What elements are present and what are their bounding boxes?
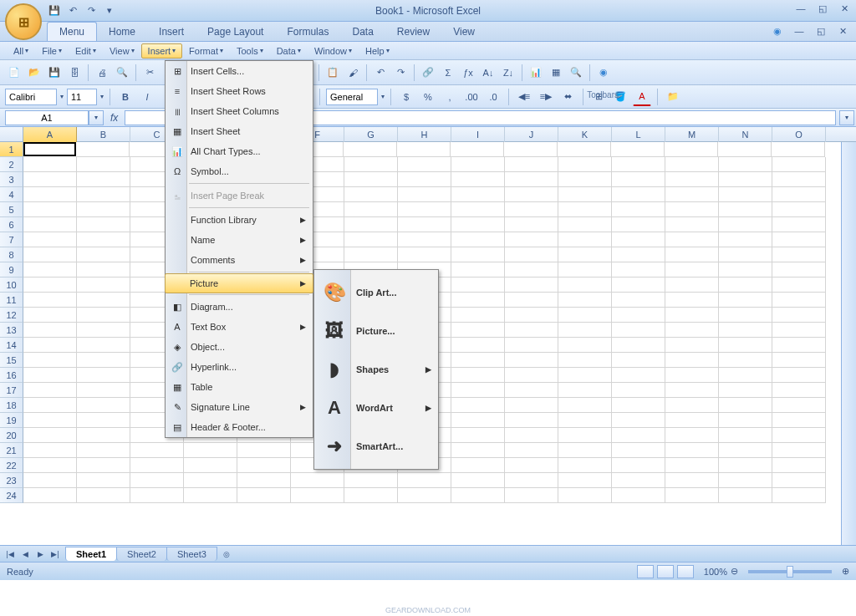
menu-tools[interactable]: Tools▾	[230, 43, 270, 59]
menu-item-insert-sheet[interactable]: ▦Insert Sheet	[166, 121, 313, 141]
menu-help[interactable]: Help▾	[359, 43, 396, 59]
cell-A21[interactable]	[23, 443, 77, 458]
cell-J11[interactable]	[505, 293, 558, 308]
row-header-23[interactable]: 23	[0, 473, 23, 488]
cell-B24[interactable]	[77, 488, 130, 503]
close-button[interactable]: ✕	[836, 2, 853, 15]
font-name-select[interactable]	[5, 89, 57, 105]
cell-L13[interactable]	[612, 323, 665, 338]
menu-item-signature-line[interactable]: ✎Signature Line▶	[166, 397, 313, 417]
cell-H3[interactable]	[398, 172, 451, 187]
cell-A23[interactable]	[23, 473, 77, 488]
vertical-scrollbar[interactable]	[841, 142, 856, 545]
cell-M17[interactable]	[665, 383, 719, 398]
cell-K8[interactable]	[558, 247, 612, 262]
cell-J23[interactable]	[505, 473, 558, 488]
cell-G8[interactable]	[344, 247, 398, 262]
submenu-item-picture-[interactable]: 🖼Picture...	[314, 312, 438, 350]
bold-icon[interactable]: B	[116, 88, 135, 106]
undo-icon[interactable]: ↶	[371, 64, 390, 82]
cell-I15[interactable]	[451, 353, 505, 368]
menu-item-text-box[interactable]: AText Box▶	[166, 317, 313, 337]
cell-J19[interactable]	[505, 413, 558, 428]
cell-N4[interactable]	[719, 187, 772, 202]
cell-I22[interactable]	[451, 458, 505, 473]
preview-icon[interactable]: 🔍	[113, 64, 131, 82]
cell-L24[interactable]	[612, 488, 665, 503]
cell-I18[interactable]	[451, 398, 505, 413]
cell-A7[interactable]	[23, 232, 77, 247]
cell-J10[interactable]	[505, 277, 558, 293]
cell-I3[interactable]	[451, 172, 505, 187]
cell-O17[interactable]	[772, 383, 826, 398]
cell-N2[interactable]	[719, 157, 772, 172]
pivot-icon[interactable]: ▦	[547, 64, 565, 82]
last-sheet-button[interactable]: ▶|	[48, 547, 62, 561]
cell-J13[interactable]	[505, 323, 558, 338]
zoom-icon[interactable]: 🔍	[567, 64, 585, 82]
cell-O13[interactable]	[772, 323, 826, 338]
cell-L21[interactable]	[612, 443, 665, 458]
cell-G6[interactable]	[344, 217, 398, 232]
tab-home[interactable]: Home	[97, 23, 147, 41]
font-color-icon[interactable]: A	[633, 88, 651, 106]
row-header-19[interactable]: 19	[0, 413, 23, 428]
cell-B21[interactable]	[77, 443, 130, 458]
menu-item-diagram-[interactable]: ◧Diagram...	[166, 297, 313, 317]
cell-A19[interactable]	[23, 413, 77, 428]
sort-desc-icon[interactable]: Z↓	[499, 64, 517, 82]
cell-E22[interactable]	[237, 458, 291, 473]
cell-M14[interactable]	[665, 338, 719, 353]
cell-O23[interactable]	[772, 473, 826, 488]
cell-I16[interactable]	[451, 368, 505, 383]
cell-H6[interactable]	[398, 217, 451, 232]
cell-O20[interactable]	[772, 428, 826, 443]
cell-I12[interactable]	[451, 308, 505, 323]
cell-J9[interactable]	[505, 262, 558, 277]
cell-H8[interactable]	[398, 247, 451, 262]
new-icon[interactable]: 📄	[5, 64, 23, 82]
cell-I8[interactable]	[451, 247, 505, 262]
submenu-item-clip-art-[interactable]: 🎨Clip Art...	[314, 273, 438, 312]
row-header-9[interactable]: 9	[0, 262, 23, 277]
cell-K15[interactable]	[558, 353, 612, 368]
help-icon[interactable]: ◉	[769, 24, 786, 38]
cell-M5[interactable]	[665, 202, 719, 217]
cell-J6[interactable]	[505, 217, 558, 232]
next-sheet-button[interactable]: ▶	[33, 547, 47, 561]
cell-E21[interactable]	[237, 443, 291, 458]
sort-asc-icon[interactable]: A↓	[479, 64, 497, 82]
cell-O7[interactable]	[772, 232, 826, 247]
menu-data[interactable]: Data▾	[270, 43, 308, 59]
cell-K10[interactable]	[558, 277, 612, 293]
cell-O11[interactable]	[772, 293, 826, 308]
cell-B19[interactable]	[77, 413, 130, 428]
normal-view-button[interactable]	[637, 565, 654, 578]
cell-G23[interactable]	[344, 473, 398, 488]
cell-L4[interactable]	[612, 187, 665, 202]
cell-B9[interactable]	[77, 262, 130, 277]
cell-K7[interactable]	[558, 232, 612, 247]
cell-N14[interactable]	[719, 338, 772, 353]
zoom-slider[interactable]	[748, 570, 832, 573]
cell-A13[interactable]	[23, 323, 77, 338]
cell-L17[interactable]	[612, 383, 665, 398]
cell-K6[interactable]	[558, 217, 612, 232]
cell-J8[interactable]	[505, 247, 558, 262]
cell-B8[interactable]	[77, 247, 130, 262]
row-header-16[interactable]: 16	[0, 368, 23, 383]
new-sheet-button[interactable]: ◎	[220, 547, 233, 561]
cell-B13[interactable]	[77, 323, 130, 338]
cell-N18[interactable]	[719, 398, 772, 413]
cell-L10[interactable]	[612, 277, 665, 293]
column-header-B[interactable]: B	[77, 127, 130, 142]
column-header-I[interactable]: I	[451, 127, 505, 142]
font-size-select[interactable]	[67, 89, 97, 105]
save-icon[interactable]: 💾	[47, 3, 62, 18]
cell-M16[interactable]	[665, 368, 719, 383]
tab-insert[interactable]: Insert	[147, 23, 196, 41]
column-header-H[interactable]: H	[398, 127, 451, 142]
increase-indent-icon[interactable]: ≡▶	[537, 88, 555, 106]
cell-N11[interactable]	[719, 293, 772, 308]
tab-formulas[interactable]: Formulas	[275, 23, 340, 41]
